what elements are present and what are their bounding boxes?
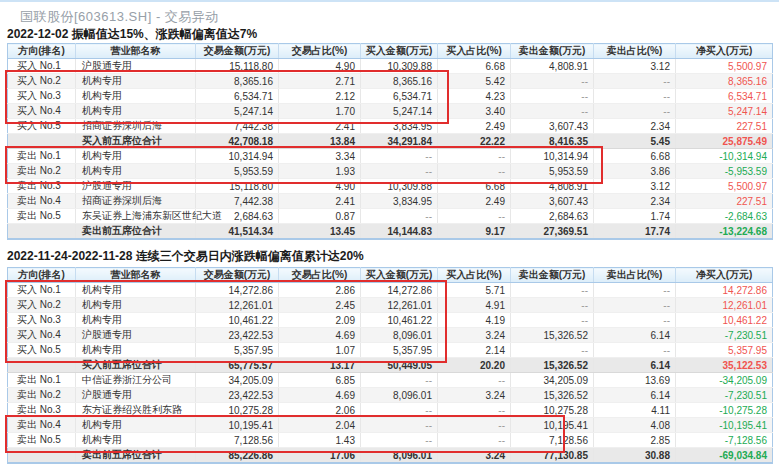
net-buy-cell: -7,128.56 bbox=[676, 433, 773, 448]
value-cell: 30.88 bbox=[594, 448, 676, 464]
value-cell: 2.49 bbox=[438, 194, 511, 209]
net-buy-cell: -2,684.63 bbox=[676, 209, 773, 224]
net-buy-cell: 8,365.16 bbox=[676, 74, 773, 89]
table-row: 卖出 No.5东吴证券上海浦东新区世纪大道2,684.630.87----2,6… bbox=[8, 209, 773, 224]
table-row: 卖出 No.1中信证券浙江分公司34,205.096.85----34,205.… bbox=[8, 373, 773, 388]
column-header: 营业部名称 bbox=[76, 44, 196, 59]
value-cell: 3,834.95 bbox=[361, 194, 438, 209]
value-cell: 2.34 bbox=[594, 194, 676, 209]
value-cell: 15,326.52 bbox=[511, 388, 594, 403]
value-cell: 0.87 bbox=[279, 209, 361, 224]
table-header-row: 方向(排名)营业部名称交易金额(万元)交易占比(%)买入金额(万元)买入占比(%… bbox=[8, 44, 773, 59]
value-cell: 2.85 bbox=[594, 433, 676, 448]
value-cell: 2.14 bbox=[438, 343, 511, 358]
column-header: 买入金额(万元) bbox=[361, 44, 438, 59]
net-buy-cell: -10,314.94 bbox=[676, 149, 773, 164]
branch-name-cell: 东吴证券上海浦东新区世纪大道 bbox=[76, 209, 196, 224]
value-cell: 6.85 bbox=[279, 373, 361, 388]
net-buy-cell: -10,275.28 bbox=[676, 403, 773, 418]
value-cell: 2.41 bbox=[279, 194, 361, 209]
highlight-box-table1-buy-rows-2-4 bbox=[5, 70, 449, 124]
value-cell: -- bbox=[511, 74, 594, 89]
highlight-box-table2-buy-rows-1-5 bbox=[5, 280, 447, 363]
net-buy-cell: -69,034.84 bbox=[676, 448, 773, 464]
value-cell: 23,422.53 bbox=[196, 388, 279, 403]
value-cell: -- bbox=[511, 313, 594, 328]
value-cell: -- bbox=[361, 209, 438, 224]
column-header: 方向(排名) bbox=[8, 44, 76, 59]
net-buy-cell: 35,122.53 bbox=[676, 358, 773, 373]
value-cell: 5.45 bbox=[594, 134, 676, 149]
value-cell: 34,205.09 bbox=[196, 373, 279, 388]
value-cell: 4.19 bbox=[438, 313, 511, 328]
value-cell: -- bbox=[511, 343, 594, 358]
value-cell: 13.69 bbox=[594, 373, 676, 388]
column-header: 卖出金额(万元) bbox=[511, 44, 594, 59]
value-cell: 9.17 bbox=[438, 224, 511, 240]
column-header: 净买入(万元) bbox=[676, 44, 773, 59]
value-cell: 5.71 bbox=[438, 283, 511, 298]
value-cell: 3.12 bbox=[594, 59, 676, 74]
net-buy-cell: 5,247.14 bbox=[676, 104, 773, 119]
section-heading-1: 2022-12-02 振幅值达15%、涨跌幅偏离值达7% bbox=[7, 26, 257, 43]
top-divider-bar bbox=[0, 0, 779, 2]
column-header: 卖出占比(%) bbox=[594, 44, 676, 59]
value-cell: -- bbox=[594, 298, 676, 313]
value-cell: 1.74 bbox=[594, 209, 676, 224]
value-cell: -- bbox=[361, 373, 438, 388]
value-cell: 2.34 bbox=[594, 119, 676, 134]
value-cell: -- bbox=[511, 283, 594, 298]
value-cell: 17.74 bbox=[594, 224, 676, 240]
value-cell: 3,607.43 bbox=[511, 194, 594, 209]
section-heading-2: 2022-11-24-2022-11-28 连续三个交易日内涨跌幅偏离值累计达2… bbox=[7, 248, 364, 265]
value-cell: 3.24 bbox=[438, 328, 511, 343]
net-buy-cell: 25,875.49 bbox=[676, 134, 773, 149]
value-cell: -- bbox=[511, 104, 594, 119]
value-cell: -- bbox=[594, 343, 676, 358]
value-cell: -- bbox=[511, 298, 594, 313]
value-cell: 6.14 bbox=[594, 358, 676, 373]
value-cell: -- bbox=[438, 373, 511, 388]
column-header: 买入占比(%) bbox=[438, 268, 511, 283]
column-header: 卖出金额(万元) bbox=[511, 268, 594, 283]
net-buy-cell: 10,461.22 bbox=[676, 313, 773, 328]
value-cell: -- bbox=[594, 104, 676, 119]
value-cell: -- bbox=[594, 283, 676, 298]
total-row: 卖出前五席位合计41,514.3413.4514,144.839.1727,36… bbox=[8, 224, 773, 240]
value-cell: -- bbox=[511, 89, 594, 104]
net-buy-cell: -34,205.09 bbox=[676, 373, 773, 388]
direction-rank-cell: 卖出 No.4 bbox=[8, 194, 76, 209]
net-buy-cell: 12,261.01 bbox=[676, 298, 773, 313]
net-buy-cell: -7,230.51 bbox=[676, 328, 773, 343]
value-cell: 27,369.51 bbox=[511, 224, 594, 240]
column-header: 净买入(万元) bbox=[676, 268, 773, 283]
value-cell: -- bbox=[438, 209, 511, 224]
net-buy-cell: 227.51 bbox=[676, 194, 773, 209]
column-header: 买入占比(%) bbox=[438, 44, 511, 59]
branch-name-cell: 沪股通专用 bbox=[76, 388, 196, 403]
branch-name-cell: 中信证券浙江分公司 bbox=[76, 373, 196, 388]
net-buy-cell: 5,500.97 bbox=[676, 179, 773, 194]
direction-rank-cell: 卖出 No.2 bbox=[8, 388, 76, 403]
value-cell: 20.20 bbox=[438, 358, 511, 373]
table-row: 卖出 No.2沪股通专用23,422.534.698,096.013.2415,… bbox=[8, 388, 773, 403]
value-cell: 15,326.52 bbox=[511, 358, 594, 373]
net-buy-cell: 227.51 bbox=[676, 119, 773, 134]
table-row: 卖出 No.4招商证券深圳后海7,442.382.413,834.952.493… bbox=[8, 194, 773, 209]
value-cell: 7,442.38 bbox=[196, 194, 279, 209]
value-cell: 6.14 bbox=[594, 388, 676, 403]
value-cell: 8,096.01 bbox=[361, 388, 438, 403]
column-header: 交易金额(万元) bbox=[196, 44, 279, 59]
value-cell: 14,144.83 bbox=[361, 224, 438, 240]
column-header: 卖出占比(%) bbox=[594, 268, 676, 283]
value-cell: 4.69 bbox=[279, 388, 361, 403]
branch-name-cell: 招商证券深圳后海 bbox=[76, 194, 196, 209]
net-buy-cell: 6,534.71 bbox=[676, 89, 773, 104]
value-cell: 3.24 bbox=[438, 388, 511, 403]
branch-name-cell: 卖出前五席位合计 bbox=[76, 224, 196, 240]
value-cell: -- bbox=[594, 89, 676, 104]
net-buy-cell: 5,500.97 bbox=[676, 59, 773, 74]
value-cell: 3.86 bbox=[594, 164, 676, 179]
value-cell: 13.45 bbox=[279, 224, 361, 240]
net-buy-cell: -13,224.68 bbox=[676, 224, 773, 240]
